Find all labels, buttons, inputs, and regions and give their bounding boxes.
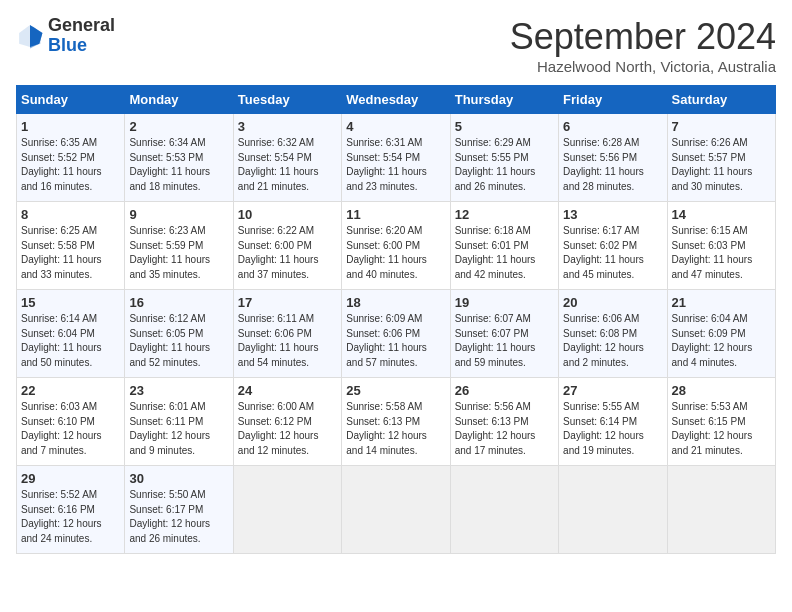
calendar-cell: 19Sunrise: 6:07 AM Sunset: 6:07 PM Dayli… <box>450 290 558 378</box>
calendar-cell: 22Sunrise: 6:03 AM Sunset: 6:10 PM Dayli… <box>17 378 125 466</box>
calendar-cell <box>342 466 450 554</box>
day-header: Saturday <box>667 86 775 114</box>
day-number: 26 <box>455 383 554 398</box>
day-info: Sunrise: 5:56 AM Sunset: 6:13 PM Dayligh… <box>455 400 554 458</box>
day-number: 30 <box>129 471 228 486</box>
day-info: Sunrise: 6:01 AM Sunset: 6:11 PM Dayligh… <box>129 400 228 458</box>
calendar-cell: 8Sunrise: 6:25 AM Sunset: 5:58 PM Daylig… <box>17 202 125 290</box>
calendar-cell: 27Sunrise: 5:55 AM Sunset: 6:14 PM Dayli… <box>559 378 667 466</box>
calendar-cell: 16Sunrise: 6:12 AM Sunset: 6:05 PM Dayli… <box>125 290 233 378</box>
calendar-table: SundayMondayTuesdayWednesdayThursdayFrid… <box>16 85 776 554</box>
day-header: Friday <box>559 86 667 114</box>
day-info: Sunrise: 6:03 AM Sunset: 6:10 PM Dayligh… <box>21 400 120 458</box>
days-header-row: SundayMondayTuesdayWednesdayThursdayFrid… <box>17 86 776 114</box>
page-header: General Blue September 2024 Hazelwood No… <box>16 16 776 75</box>
day-header: Tuesday <box>233 86 341 114</box>
day-info: Sunrise: 6:17 AM Sunset: 6:02 PM Dayligh… <box>563 224 662 282</box>
day-info: Sunrise: 6:25 AM Sunset: 5:58 PM Dayligh… <box>21 224 120 282</box>
day-number: 9 <box>129 207 228 222</box>
day-info: Sunrise: 6:06 AM Sunset: 6:08 PM Dayligh… <box>563 312 662 370</box>
calendar-cell: 14Sunrise: 6:15 AM Sunset: 6:03 PM Dayli… <box>667 202 775 290</box>
day-number: 16 <box>129 295 228 310</box>
logo-general: General <box>48 15 115 35</box>
day-info: Sunrise: 6:29 AM Sunset: 5:55 PM Dayligh… <box>455 136 554 194</box>
calendar-cell: 15Sunrise: 6:14 AM Sunset: 6:04 PM Dayli… <box>17 290 125 378</box>
day-number: 20 <box>563 295 662 310</box>
day-info: Sunrise: 6:12 AM Sunset: 6:05 PM Dayligh… <box>129 312 228 370</box>
day-info: Sunrise: 6:31 AM Sunset: 5:54 PM Dayligh… <box>346 136 445 194</box>
day-number: 18 <box>346 295 445 310</box>
month-title: September 2024 <box>510 16 776 58</box>
calendar-cell: 2Sunrise: 6:34 AM Sunset: 5:53 PM Daylig… <box>125 114 233 202</box>
calendar-cell: 23Sunrise: 6:01 AM Sunset: 6:11 PM Dayli… <box>125 378 233 466</box>
day-info: Sunrise: 6:35 AM Sunset: 5:52 PM Dayligh… <box>21 136 120 194</box>
calendar-week-row: 29Sunrise: 5:52 AM Sunset: 6:16 PM Dayli… <box>17 466 776 554</box>
calendar-week-row: 8Sunrise: 6:25 AM Sunset: 5:58 PM Daylig… <box>17 202 776 290</box>
day-number: 7 <box>672 119 771 134</box>
day-number: 8 <box>21 207 120 222</box>
day-info: Sunrise: 6:15 AM Sunset: 6:03 PM Dayligh… <box>672 224 771 282</box>
day-number: 23 <box>129 383 228 398</box>
day-number: 29 <box>21 471 120 486</box>
day-number: 17 <box>238 295 337 310</box>
logo: General Blue <box>16 16 115 56</box>
calendar-cell: 9Sunrise: 6:23 AM Sunset: 5:59 PM Daylig… <box>125 202 233 290</box>
calendar-week-row: 1Sunrise: 6:35 AM Sunset: 5:52 PM Daylig… <box>17 114 776 202</box>
day-info: Sunrise: 6:00 AM Sunset: 6:12 PM Dayligh… <box>238 400 337 458</box>
day-info: Sunrise: 5:52 AM Sunset: 6:16 PM Dayligh… <box>21 488 120 546</box>
day-number: 3 <box>238 119 337 134</box>
day-info: Sunrise: 5:58 AM Sunset: 6:13 PM Dayligh… <box>346 400 445 458</box>
calendar-cell: 6Sunrise: 6:28 AM Sunset: 5:56 PM Daylig… <box>559 114 667 202</box>
calendar-cell: 12Sunrise: 6:18 AM Sunset: 6:01 PM Dayli… <box>450 202 558 290</box>
calendar-cell: 21Sunrise: 6:04 AM Sunset: 6:09 PM Dayli… <box>667 290 775 378</box>
calendar-cell: 1Sunrise: 6:35 AM Sunset: 5:52 PM Daylig… <box>17 114 125 202</box>
location: Hazelwood North, Victoria, Australia <box>510 58 776 75</box>
day-header: Monday <box>125 86 233 114</box>
day-header: Sunday <box>17 86 125 114</box>
day-number: 21 <box>672 295 771 310</box>
logo-blue: Blue <box>48 35 87 55</box>
day-info: Sunrise: 6:32 AM Sunset: 5:54 PM Dayligh… <box>238 136 337 194</box>
day-number: 1 <box>21 119 120 134</box>
calendar-cell: 30Sunrise: 5:50 AM Sunset: 6:17 PM Dayli… <box>125 466 233 554</box>
calendar-cell: 10Sunrise: 6:22 AM Sunset: 6:00 PM Dayli… <box>233 202 341 290</box>
calendar-cell: 4Sunrise: 6:31 AM Sunset: 5:54 PM Daylig… <box>342 114 450 202</box>
calendar-cell: 18Sunrise: 6:09 AM Sunset: 6:06 PM Dayli… <box>342 290 450 378</box>
title-block: September 2024 Hazelwood North, Victoria… <box>510 16 776 75</box>
day-info: Sunrise: 6:20 AM Sunset: 6:00 PM Dayligh… <box>346 224 445 282</box>
day-info: Sunrise: 6:23 AM Sunset: 5:59 PM Dayligh… <box>129 224 228 282</box>
calendar-cell: 26Sunrise: 5:56 AM Sunset: 6:13 PM Dayli… <box>450 378 558 466</box>
calendar-cell: 17Sunrise: 6:11 AM Sunset: 6:06 PM Dayli… <box>233 290 341 378</box>
calendar-cell: 5Sunrise: 6:29 AM Sunset: 5:55 PM Daylig… <box>450 114 558 202</box>
day-number: 5 <box>455 119 554 134</box>
calendar-cell <box>233 466 341 554</box>
day-number: 13 <box>563 207 662 222</box>
day-info: Sunrise: 6:07 AM Sunset: 6:07 PM Dayligh… <box>455 312 554 370</box>
calendar-week-row: 15Sunrise: 6:14 AM Sunset: 6:04 PM Dayli… <box>17 290 776 378</box>
day-info: Sunrise: 6:26 AM Sunset: 5:57 PM Dayligh… <box>672 136 771 194</box>
day-header: Thursday <box>450 86 558 114</box>
calendar-cell: 25Sunrise: 5:58 AM Sunset: 6:13 PM Dayli… <box>342 378 450 466</box>
day-number: 19 <box>455 295 554 310</box>
day-info: Sunrise: 6:11 AM Sunset: 6:06 PM Dayligh… <box>238 312 337 370</box>
day-number: 2 <box>129 119 228 134</box>
calendar-cell <box>450 466 558 554</box>
calendar-cell <box>559 466 667 554</box>
calendar-cell: 20Sunrise: 6:06 AM Sunset: 6:08 PM Dayli… <box>559 290 667 378</box>
day-number: 14 <box>672 207 771 222</box>
logo-icon <box>16 22 44 50</box>
day-info: Sunrise: 6:34 AM Sunset: 5:53 PM Dayligh… <box>129 136 228 194</box>
day-number: 4 <box>346 119 445 134</box>
day-number: 12 <box>455 207 554 222</box>
day-info: Sunrise: 6:04 AM Sunset: 6:09 PM Dayligh… <box>672 312 771 370</box>
calendar-cell: 11Sunrise: 6:20 AM Sunset: 6:00 PM Dayli… <box>342 202 450 290</box>
calendar-cell: 3Sunrise: 6:32 AM Sunset: 5:54 PM Daylig… <box>233 114 341 202</box>
day-info: Sunrise: 6:22 AM Sunset: 6:00 PM Dayligh… <box>238 224 337 282</box>
day-number: 11 <box>346 207 445 222</box>
calendar-cell: 7Sunrise: 6:26 AM Sunset: 5:57 PM Daylig… <box>667 114 775 202</box>
calendar-cell: 29Sunrise: 5:52 AM Sunset: 6:16 PM Dayli… <box>17 466 125 554</box>
calendar-cell <box>667 466 775 554</box>
day-info: Sunrise: 6:14 AM Sunset: 6:04 PM Dayligh… <box>21 312 120 370</box>
day-number: 28 <box>672 383 771 398</box>
calendar-week-row: 22Sunrise: 6:03 AM Sunset: 6:10 PM Dayli… <box>17 378 776 466</box>
